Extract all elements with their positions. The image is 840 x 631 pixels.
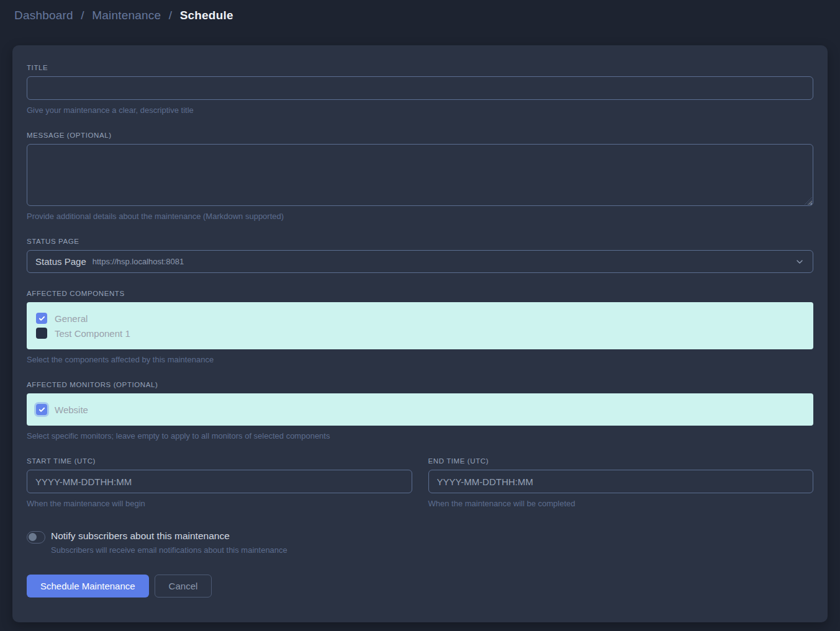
checkbox-checked-icon[interactable] (36, 404, 47, 415)
breadcrumb-separator: / (81, 9, 84, 22)
message-field-group: Message (optional) Provide additional de… (27, 132, 813, 221)
start-time-helper: When the maintenance will begin (27, 499, 412, 508)
title-helper: Give your maintenance a clear, descripti… (27, 105, 813, 115)
title-input[interactable] (27, 76, 813, 100)
component-option-label: Test Component 1 (55, 328, 130, 339)
monitor-option-website[interactable]: Website (36, 402, 804, 417)
notify-toggle-row: Notify subscribers about this maintenanc… (27, 530, 813, 555)
page-body: Title Give your maintenance a clear, des… (0, 31, 840, 631)
checkbox-unchecked-icon[interactable] (36, 328, 47, 339)
checkbox-checked-icon[interactable] (36, 313, 47, 324)
affected-components-panel: General Test Component 1 (27, 302, 813, 349)
schedule-maintenance-button[interactable]: Schedule Maintenance (27, 575, 149, 597)
title-label: Title (27, 64, 813, 71)
affected-monitors-label: Affected monitors (optional) (27, 381, 813, 388)
affected-monitors-helper: Select specific monitors; leave empty to… (27, 431, 813, 441)
notify-subscribers-helper: Subscribers will receive email notificat… (51, 545, 287, 555)
message-helper: Provide additional details about the mai… (27, 212, 813, 221)
message-label: Message (optional) (27, 132, 813, 139)
message-textarea[interactable] (27, 144, 813, 206)
status-page-label: Status page (27, 238, 813, 245)
affected-monitors-field-group: Affected monitors (optional) Website Sel… (27, 381, 813, 441)
toggle-knob (29, 533, 37, 541)
schedule-maintenance-form: Title Give your maintenance a clear, des… (12, 45, 828, 622)
component-option-test-component-1[interactable]: Test Component 1 (36, 326, 804, 341)
start-time-field-group: Start time (UTC) When the maintenance wi… (27, 457, 412, 508)
time-fields-row: Start time (UTC) When the maintenance wi… (27, 457, 813, 508)
status-page-select[interactable]: Status Page https://hsp.localhost:8081 (27, 250, 813, 273)
start-time-label: Start time (UTC) (27, 457, 412, 465)
component-option-general[interactable]: General (36, 311, 804, 326)
affected-components-helper: Select the components affected by this m… (27, 355, 813, 364)
cancel-button[interactable]: Cancel (155, 575, 212, 597)
end-time-label: End time (UTC) (428, 457, 814, 465)
notify-subscribers-toggle[interactable] (27, 531, 45, 544)
status-page-selected-url: https://hsp.localhost:8081 (93, 257, 184, 266)
form-actions: Schedule Maintenance Cancel (27, 575, 813, 597)
monitor-option-label: Website (55, 405, 88, 415)
end-time-input[interactable] (428, 470, 814, 493)
breadcrumb-current-schedule: Schedule (180, 9, 233, 22)
breadcrumb-separator: / (169, 9, 172, 22)
affected-monitors-panel: Website (27, 393, 813, 426)
status-page-field-group: Status page Status Page https://hsp.loca… (27, 238, 813, 273)
notify-subscribers-label: Notify subscribers about this maintenanc… (51, 530, 287, 542)
breadcrumb: Dashboard / Maintenance / Schedule (14, 9, 233, 22)
end-time-helper: When the maintenance will be completed (428, 499, 814, 508)
status-page-selected-name: Status Page (35, 256, 86, 267)
chevron-down-icon (795, 257, 805, 267)
top-bar: Dashboard / Maintenance / Schedule (0, 0, 840, 31)
breadcrumb-item-maintenance[interactable]: Maintenance (92, 9, 161, 22)
start-time-input[interactable] (27, 470, 412, 493)
affected-components-label: Affected components (27, 290, 813, 297)
component-option-label: General (55, 313, 88, 324)
title-field-group: Title Give your maintenance a clear, des… (27, 64, 813, 115)
affected-components-field-group: Affected components General (27, 290, 813, 364)
breadcrumb-item-dashboard[interactable]: Dashboard (14, 9, 73, 22)
end-time-field-group: End time (UTC) When the maintenance will… (428, 457, 814, 508)
